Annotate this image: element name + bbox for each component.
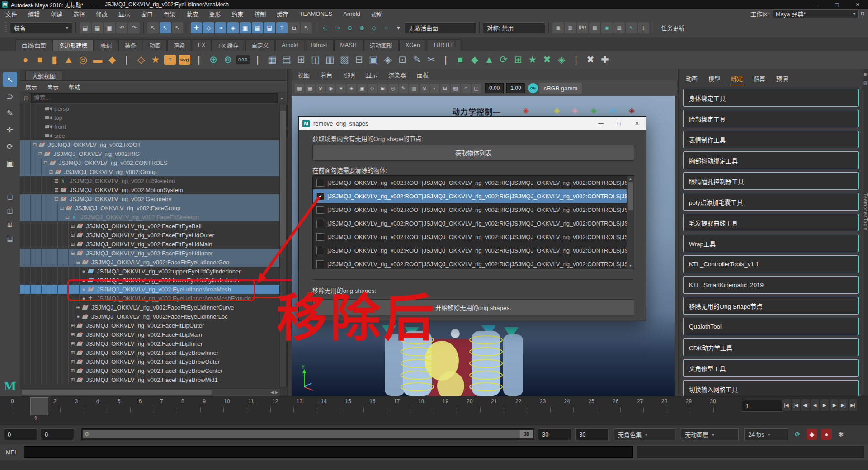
shelf-icon[interactable]: 0,0,0 (236, 55, 250, 64)
tree-row[interactable]: ⊞ JSJMQJ_OKKVLV_rig_v002:FaceFitEyeBall (20, 221, 280, 230)
tool-button[interactable]: 夹角修型工具 (683, 359, 859, 377)
outliner-menu-item[interactable]: 显示 (47, 82, 59, 91)
shelf-tab[interactable]: Arnold (275, 39, 304, 51)
construction-history-icon[interactable]: ◇ (368, 22, 380, 33)
tree-row[interactable]: ⊟ JSJMQJ_OKKVLV_rig_v002:FaceFitEyeLidIn… (20, 258, 280, 267)
tree-expander[interactable]: ⊟ (70, 250, 76, 256)
shelf-icon[interactable]: ▤ (279, 52, 294, 67)
panel-menu-icon[interactable]: ≣ (863, 72, 867, 77)
file-op-icon[interactable]: ↶ (116, 22, 127, 33)
shelf-icon[interactable]: ■ (33, 52, 47, 67)
checkbox[interactable] (316, 247, 324, 254)
viewport-menu-item[interactable]: 面板 (417, 70, 429, 79)
layout-shortcut-icon[interactable]: ▢ (3, 191, 17, 202)
drag-grip[interactable] (5, 22, 7, 33)
fps-dropdown[interactable]: 24 fps▾ (744, 428, 788, 440)
shelf-tab[interactable]: 运动图形 (363, 39, 399, 51)
dynamic-control-icon[interactable]: ◈ (629, 106, 635, 115)
tree-expander[interactable]: ⊟ (32, 142, 38, 148)
shelf-icon[interactable]: ▥ (323, 52, 337, 67)
snap-icon[interactable]: ◇ (203, 22, 214, 33)
menu-item[interactable]: 编辑 (23, 9, 45, 18)
shelf-tab[interactable]: FX 缓存 (212, 39, 245, 51)
tool-icon[interactable]: ✎ (3, 106, 17, 120)
shelf-icon[interactable]: ★ (148, 52, 163, 67)
dialog-title-bar[interactable]: M remove_orig_shapes — □ ✕ (299, 117, 646, 130)
playback-button[interactable]: ▶| (849, 399, 857, 411)
tree-expander[interactable]: ⊞ (70, 377, 76, 383)
character-set-dropdown[interactable]: 无角色集▾ (614, 428, 675, 440)
mel-input[interactable] (24, 446, 633, 458)
shelf-category-dropdown[interactable]: 装备 ▾ (10, 22, 72, 33)
tree-row[interactable]: ⊞ JSJMQJ_OKKVLV_rig_v002:FaceFitEyeBrowC… (20, 366, 280, 375)
playback-button[interactable]: ▶ (820, 399, 829, 411)
tree-row[interactable]: ⊟ JSJMQJ_OKKVLV_rig_v002:FaceFitEyeLidIn… (20, 249, 280, 258)
viewport-toggle-icon[interactable]: ⊞ (378, 84, 387, 93)
tool-button[interactable]: QualothTool (683, 318, 859, 335)
orig-shape-row[interactable]: |JSJMQJ_OKKVLV_rig_v002:ROOT|JSJMQJ_OKKV… (313, 230, 634, 244)
menu-item[interactable]: 骨架 (158, 9, 181, 18)
timeline-option-icon[interactable]: ⟳ (792, 429, 803, 440)
tree-expander[interactable]: ⊞ (70, 359, 76, 365)
checkbox[interactable] (316, 206, 324, 214)
shelf-icon[interactable]: ⊟ (352, 52, 366, 67)
tree-row[interactable]: side (20, 131, 280, 140)
checkbox[interactable] (316, 233, 324, 241)
tool-button[interactable]: 毛发提取曲线工具 (683, 214, 859, 231)
layout-shortcut-icon[interactable]: ▤ (3, 233, 17, 244)
tree-expander[interactable]: ⊟ (59, 205, 65, 211)
file-op-icon[interactable]: ▤ (80, 22, 91, 33)
dynamic-control-icon[interactable]: ◈ (572, 106, 578, 115)
tree-expander[interactable]: ⊟ (48, 169, 54, 175)
tool-button[interactable]: 眼睛瞳孔控制器工具 (683, 172, 859, 190)
symmetry-field[interactable]: 对称: 禁用 (483, 22, 545, 33)
orig-shape-row[interactable]: |JSJMQJ_OKKVLV_rig_v002:ROOT|JSJMQJ_OKKV… (313, 203, 634, 216)
time-slider[interactable]: 0123456789101112131415161718192021222324… (0, 396, 868, 425)
construction-history-icon[interactable]: ⊚ (356, 22, 368, 33)
viewport-menu-item[interactable]: 显示 (366, 70, 377, 79)
shelf-icon[interactable]: ◇ (134, 52, 148, 67)
viewport-toggle-icon[interactable]: ▣ (357, 84, 367, 93)
tree-expander[interactable]: ⊞ (70, 232, 76, 238)
playback-button[interactable]: ▶| (839, 399, 848, 411)
menu-item[interactable]: 显示 (113, 9, 136, 18)
tree-row[interactable]: ⊟ JSJMQJ_OKKVLV_rig_v002:RIG (20, 149, 280, 158)
orig-shape-row[interactable]: |JSJMQJ_OKKVLV_rig_v002:ROOT|JSJMQJ_OKKV… (313, 244, 634, 257)
active-surface-field[interactable]: 无激活曲面 (405, 22, 476, 33)
viewport-toggle-icon[interactable]: ○ (461, 84, 471, 93)
render-icon[interactable]: ▤ (589, 22, 600, 33)
snap-icon[interactable]: ? (276, 22, 288, 33)
shelf-tab[interactable]: 曲线/曲面 (15, 39, 52, 51)
shelf-icon[interactable]: ◆ (105, 52, 119, 67)
tool-button[interactable]: Wrap工具 (683, 235, 859, 252)
menu-item[interactable]: 约束 (226, 9, 249, 18)
mel-label[interactable]: MEL (0, 449, 24, 456)
tool-icon[interactable]: ↖ (3, 72, 17, 87)
shelf-icon[interactable]: ◫ (308, 52, 323, 67)
tool-button[interactable]: poly点添加毛囊工具 (683, 193, 859, 211)
construction-history-icon[interactable]: ○ (381, 22, 392, 33)
tool-icon[interactable]: ▣ (3, 156, 17, 170)
viewport-toggle-icon[interactable]: ◇ (368, 84, 377, 93)
menu-item[interactable]: 选择 (68, 9, 90, 18)
shelf-icon[interactable]: | (119, 52, 134, 67)
tool-button[interactable]: 表情制作工具 (683, 131, 859, 148)
shelf-icon[interactable]: ▲ (61, 52, 76, 67)
viewport-menu-item[interactable]: 视图 (298, 70, 310, 79)
gamma-field[interactable]: 1.00 (506, 83, 525, 93)
shelf-icon[interactable]: ✎ (410, 52, 424, 67)
tree-expander[interactable]: ● (75, 314, 81, 319)
viewport-menu-item[interactable]: 照明 (343, 70, 355, 79)
tree-row[interactable]: ⊞ JSJMQJ_OKKVLV_rig_v002:FaceFitLipMain (20, 330, 280, 339)
shelf-icon[interactable]: ▲ (482, 52, 496, 67)
tree-row[interactable]: ⊞ JSJMQJ_OKKVLV_rig_v002:FaceFitEyeBrowO… (20, 357, 280, 366)
selection-mode-icon[interactable]: ↖ (160, 22, 171, 33)
snap-icon[interactable]: ≈ (215, 22, 226, 33)
shelf-icon[interactable]: ▮ (47, 52, 61, 67)
tool-category-tab[interactable]: 绑定 (730, 72, 744, 85)
shelf-icon[interactable]: ◈ (381, 52, 395, 67)
tool-button[interactable]: 身体绑定工具 (683, 89, 859, 107)
viewport-toggle-icon[interactable]: ▥ (409, 84, 419, 93)
orig-shape-row[interactable]: |JSJMQJ_OKKVLV_rig_v002:ROOT|JSJMQJ_OKKV… (313, 216, 634, 230)
dialog-minimize-button[interactable]: — (592, 117, 610, 130)
